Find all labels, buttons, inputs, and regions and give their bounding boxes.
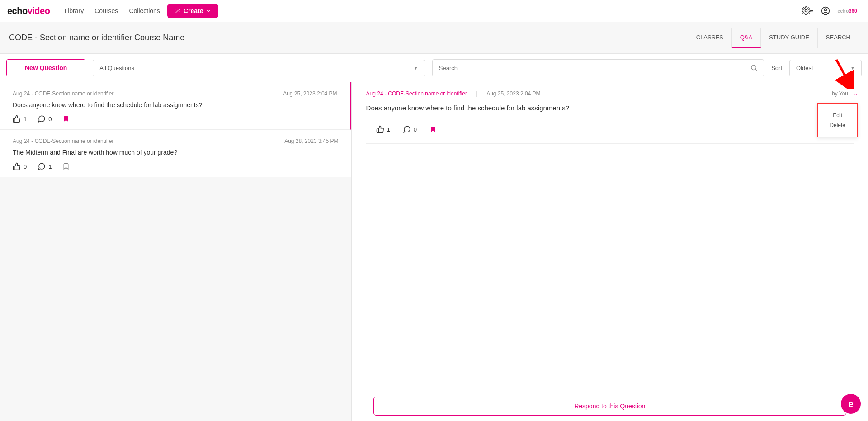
magic-wand-icon: [175, 8, 181, 14]
respond-bar: Respond to this Question: [352, 397, 868, 416]
comment-count: 0: [414, 126, 417, 133]
bookmark-icon[interactable]: [429, 126, 437, 133]
thumbs-up-icon: [13, 162, 21, 170]
chevron-down-icon: ▼: [414, 66, 418, 71]
like-count: 1: [387, 126, 390, 133]
svg-line-4: [755, 69, 756, 71]
like-count: 1: [24, 116, 27, 123]
sort-label: Sort: [771, 65, 782, 71]
like-stat[interactable]: 1: [13, 115, 27, 123]
comment-icon: [403, 125, 411, 133]
create-label: Create: [184, 7, 203, 14]
question-item-body: The Midterm and Final are worth how much…: [13, 149, 339, 156]
comment-stat[interactable]: 0: [403, 125, 417, 133]
thumbs-up-icon: [376, 125, 384, 133]
like-stat[interactable]: 0: [13, 162, 27, 170]
detail-foot: 1 0: [366, 121, 854, 144]
top-right: ▼ echo360: [802, 6, 857, 15]
question-list: Aug 24 - CODE-Section name or identifier…: [0, 82, 352, 421]
sort-value: Oldest: [796, 65, 813, 71]
question-item-foot: 1 0: [13, 115, 337, 123]
toolbar: New Question All Questions ▼ Sort Oldest…: [0, 54, 868, 82]
author-dropdown-toggle[interactable]: ⌄: [854, 90, 858, 97]
comment-count: 1: [48, 163, 52, 170]
detail-body: Does anyone know where to find the sched…: [366, 104, 854, 112]
sort-dropdown[interactable]: Oldest ▼: [789, 60, 862, 76]
tab-search[interactable]: SEARCH: [818, 28, 859, 48]
author-label: by You: [832, 90, 848, 97]
search-box[interactable]: [432, 59, 764, 76]
logo[interactable]: echovideo: [7, 6, 50, 16]
question-item-head: Aug 24 - CODE-Section name or identifier…: [13, 138, 339, 144]
comment-stat[interactable]: 1: [38, 162, 52, 170]
small-logo[interactable]: echo360: [837, 9, 857, 14]
settings-button[interactable]: ▼: [802, 6, 814, 15]
like-count: 0: [24, 163, 27, 170]
tab-classes[interactable]: CLASSES: [688, 28, 732, 48]
detail-date: Aug 25, 2023 2:04 PM: [486, 90, 540, 97]
bookmark-icon[interactable]: [62, 163, 70, 170]
question-item[interactable]: Aug 24 - CODE-Section name or identifier…: [0, 130, 351, 177]
comment-icon: [38, 115, 46, 123]
search-input[interactable]: [439, 65, 750, 71]
separator: |: [476, 90, 477, 97]
main: Aug 24 - CODE-Section name or identifier…: [0, 82, 868, 421]
new-question-button[interactable]: New Question: [6, 59, 85, 76]
respond-button[interactable]: Respond to this Question: [373, 397, 846, 416]
thumbs-up-icon: [13, 115, 21, 123]
svg-point-3: [751, 65, 755, 70]
user-icon[interactable]: [821, 6, 830, 15]
nav-collections[interactable]: Collections: [129, 7, 160, 14]
like-stat[interactable]: 1: [376, 125, 390, 133]
question-item-head: Aug 24 - CODE-Section name or identifier…: [13, 90, 337, 97]
detail-head: Aug 24 - CODE-Section name or identifier…: [366, 90, 854, 97]
edit-menu-item[interactable]: Edit: [830, 110, 845, 120]
detail: Aug 24 - CODE-Section name or identifier…: [352, 82, 868, 152]
fab-button[interactable]: e: [841, 394, 861, 414]
question-item-date: Aug 28, 2023 3:45 PM: [284, 138, 338, 144]
logo-part1: echo: [7, 6, 28, 16]
delete-menu-item[interactable]: Delete: [830, 120, 845, 130]
comment-count: 0: [48, 116, 52, 123]
detail-link[interactable]: Aug 24 - CODE-Section name or identifier: [366, 90, 467, 97]
tab-study-guide[interactable]: STUDY GUIDE: [761, 28, 818, 48]
sub-nav: CODE - Section name or identifier Course…: [0, 22, 868, 54]
comment-stat[interactable]: 0: [38, 115, 52, 123]
question-item-foot: 0 1: [13, 162, 339, 170]
author-row: by You ⌄ Edit Delete: [832, 90, 858, 97]
author-dropdown-menu: Edit Delete: [817, 103, 858, 137]
tabs: CLASSES Q&A STUDY GUIDE SEARCH: [688, 28, 859, 48]
question-detail-pane: by You ⌄ Edit Delete Aug 24 - CODE-Secti…: [352, 82, 868, 421]
svg-point-0: [805, 10, 807, 12]
nav-courses[interactable]: Courses: [94, 7, 118, 14]
question-item-body: Does anyone know where to find the sched…: [13, 101, 337, 109]
search-icon: [750, 64, 758, 71]
tab-qa[interactable]: Q&A: [732, 28, 761, 48]
caret-down-icon: ▼: [811, 9, 814, 13]
filter-label: All Questions: [99, 65, 134, 71]
question-item-meta: Aug 24 - CODE-Section name or identifier: [13, 138, 113, 144]
question-item[interactable]: Aug 24 - CODE-Section name or identifier…: [0, 82, 351, 130]
nav-library[interactable]: Library: [64, 7, 84, 14]
logo-part2: video: [28, 6, 50, 16]
question-item-date: Aug 25, 2023 2:04 PM: [283, 90, 337, 97]
chevron-down-icon: [206, 8, 211, 14]
course-title: CODE - Section name or identifier Course…: [9, 33, 184, 43]
gear-icon: [802, 6, 811, 15]
comment-icon: [38, 162, 46, 170]
bookmark-icon[interactable]: [62, 115, 70, 123]
top-nav: echovideo Library Courses Collections Cr…: [0, 0, 868, 22]
chevron-down-icon: ▼: [850, 66, 855, 71]
nav-links: Library Courses Collections: [64, 7, 160, 14]
question-item-meta: Aug 24 - CODE-Section name or identifier: [13, 90, 113, 97]
svg-point-2: [825, 9, 827, 11]
filter-dropdown[interactable]: All Questions ▼: [93, 60, 425, 76]
create-button[interactable]: Create: [167, 4, 219, 18]
